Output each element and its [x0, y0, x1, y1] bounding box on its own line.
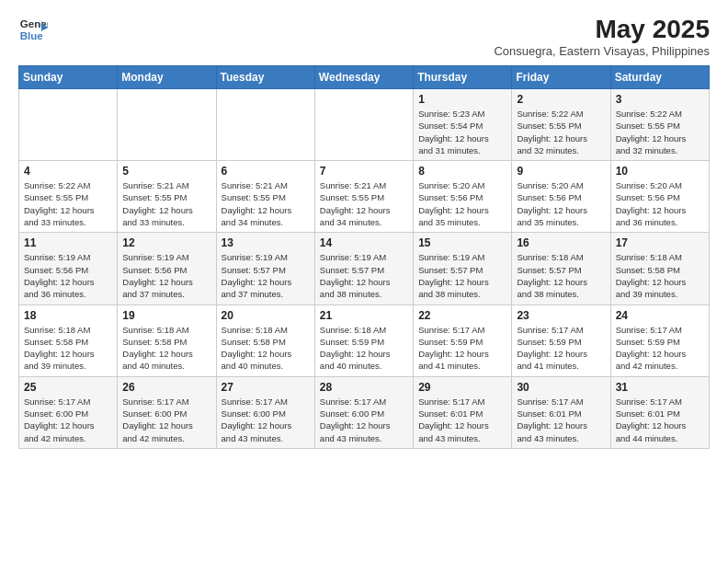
day-number: 7 [320, 165, 408, 178]
day-number: 9 [517, 165, 605, 178]
day-number: 20 [222, 309, 310, 322]
day-cell: 19Sunrise: 5:18 AM Sunset: 5:58 PM Dayli… [118, 304, 216, 376]
day-info: Sunrise: 5:21 AM Sunset: 5:55 PM Dayligh… [222, 179, 310, 228]
main-title: May 2025 [494, 15, 710, 44]
weekday-header-tuesday: Tuesday [216, 66, 314, 89]
day-cell: 1Sunrise: 5:23 AM Sunset: 5:54 PM Daylig… [414, 89, 512, 161]
day-cell: 18Sunrise: 5:18 AM Sunset: 5:58 PM Dayli… [19, 304, 118, 376]
day-number: 11 [24, 236, 112, 249]
day-info: Sunrise: 5:17 AM Sunset: 6:00 PM Dayligh… [320, 396, 408, 444]
day-info: Sunrise: 5:17 AM Sunset: 6:01 PM Dayligh… [418, 396, 506, 444]
day-number: 6 [222, 165, 310, 178]
day-info: Sunrise: 5:22 AM Sunset: 5:55 PM Dayligh… [517, 108, 605, 156]
day-number: 30 [517, 381, 605, 394]
day-cell: 22Sunrise: 5:17 AM Sunset: 5:59 PM Dayli… [414, 304, 512, 376]
day-number: 4 [24, 165, 112, 178]
weekday-header-wednesday: Wednesday [314, 66, 413, 89]
day-info: Sunrise: 5:19 AM Sunset: 5:57 PM Dayligh… [418, 251, 506, 300]
weekday-header-monday: Monday [118, 66, 216, 89]
day-cell: 4Sunrise: 5:22 AM Sunset: 5:55 PM Daylig… [19, 161, 118, 233]
day-info: Sunrise: 5:19 AM Sunset: 5:57 PM Dayligh… [222, 251, 310, 300]
logo-icon: General Blue [18, 15, 48, 44]
day-cell: 9Sunrise: 5:20 AM Sunset: 5:56 PM Daylig… [512, 161, 610, 233]
day-number: 2 [517, 93, 605, 106]
subtitle: Consuegra, Eastern Visayas, Philippines [494, 44, 710, 58]
day-info: Sunrise: 5:22 AM Sunset: 5:55 PM Dayligh… [24, 179, 112, 228]
day-cell: 26Sunrise: 5:17 AM Sunset: 6:00 PM Dayli… [118, 376, 216, 448]
day-cell [19, 89, 118, 161]
day-number: 29 [418, 381, 506, 394]
weekday-header-row: SundayMondayTuesdayWednesdayThursdayFrid… [19, 66, 710, 89]
calendar: SundayMondayTuesdayWednesdayThursdayFrid… [18, 65, 710, 449]
day-number: 28 [320, 381, 408, 394]
day-number: 5 [122, 165, 210, 178]
day-cell: 8Sunrise: 5:20 AM Sunset: 5:56 PM Daylig… [414, 161, 512, 233]
day-info: Sunrise: 5:21 AM Sunset: 5:55 PM Dayligh… [320, 179, 408, 228]
day-cell [118, 89, 216, 161]
day-number: 14 [320, 236, 408, 249]
day-info: Sunrise: 5:20 AM Sunset: 5:56 PM Dayligh… [418, 179, 506, 228]
day-cell: 7Sunrise: 5:21 AM Sunset: 5:55 PM Daylig… [314, 161, 413, 233]
week-row-1: 1Sunrise: 5:23 AM Sunset: 5:54 PM Daylig… [19, 89, 710, 161]
day-cell: 15Sunrise: 5:19 AM Sunset: 5:57 PM Dayli… [414, 233, 512, 304]
day-cell: 28Sunrise: 5:17 AM Sunset: 6:00 PM Dayli… [314, 376, 413, 448]
day-info: Sunrise: 5:17 AM Sunset: 6:01 PM Dayligh… [517, 396, 605, 444]
day-info: Sunrise: 5:17 AM Sunset: 6:00 PM Dayligh… [222, 396, 310, 444]
week-row-2: 4Sunrise: 5:22 AM Sunset: 5:55 PM Daylig… [19, 161, 710, 233]
day-info: Sunrise: 5:19 AM Sunset: 5:57 PM Dayligh… [320, 251, 408, 300]
day-info: Sunrise: 5:22 AM Sunset: 5:55 PM Dayligh… [616, 108, 704, 156]
day-info: Sunrise: 5:20 AM Sunset: 5:56 PM Dayligh… [517, 179, 605, 228]
weekday-header-thursday: Thursday [414, 66, 512, 89]
day-info: Sunrise: 5:19 AM Sunset: 5:56 PM Dayligh… [122, 251, 210, 300]
day-number: 17 [616, 236, 704, 249]
day-number: 15 [418, 236, 506, 249]
day-info: Sunrise: 5:18 AM Sunset: 5:57 PM Dayligh… [517, 251, 605, 300]
day-cell: 21Sunrise: 5:18 AM Sunset: 5:59 PM Dayli… [314, 304, 413, 376]
day-info: Sunrise: 5:17 AM Sunset: 6:00 PM Dayligh… [122, 396, 210, 444]
day-number: 10 [616, 165, 704, 178]
day-cell: 11Sunrise: 5:19 AM Sunset: 5:56 PM Dayli… [19, 233, 118, 304]
weekday-header-saturday: Saturday [610, 66, 709, 89]
day-info: Sunrise: 5:20 AM Sunset: 5:56 PM Dayligh… [616, 179, 704, 228]
day-info: Sunrise: 5:17 AM Sunset: 5:59 PM Dayligh… [517, 324, 605, 373]
day-cell: 13Sunrise: 5:19 AM Sunset: 5:57 PM Dayli… [216, 233, 314, 304]
day-cell: 20Sunrise: 5:18 AM Sunset: 5:58 PM Dayli… [216, 304, 314, 376]
weekday-header-friday: Friday [512, 66, 610, 89]
day-cell: 30Sunrise: 5:17 AM Sunset: 6:01 PM Dayli… [512, 376, 610, 448]
day-cell [216, 89, 314, 161]
week-row-5: 25Sunrise: 5:17 AM Sunset: 6:00 PM Dayli… [19, 376, 710, 448]
day-cell: 2Sunrise: 5:22 AM Sunset: 5:55 PM Daylig… [512, 89, 610, 161]
day-number: 3 [616, 93, 704, 106]
day-cell: 10Sunrise: 5:20 AM Sunset: 5:56 PM Dayli… [610, 161, 709, 233]
day-cell: 3Sunrise: 5:22 AM Sunset: 5:55 PM Daylig… [610, 89, 709, 161]
day-number: 24 [616, 309, 704, 322]
day-number: 26 [122, 381, 210, 394]
day-cell: 5Sunrise: 5:21 AM Sunset: 5:55 PM Daylig… [118, 161, 216, 233]
day-number: 13 [222, 236, 310, 249]
title-area: May 2025 Consuegra, Eastern Visayas, Phi… [494, 15, 710, 58]
day-info: Sunrise: 5:18 AM Sunset: 5:58 PM Dayligh… [122, 324, 210, 373]
day-info: Sunrise: 5:17 AM Sunset: 5:59 PM Dayligh… [418, 324, 506, 373]
day-info: Sunrise: 5:18 AM Sunset: 5:58 PM Dayligh… [222, 324, 310, 373]
day-cell: 6Sunrise: 5:21 AM Sunset: 5:55 PM Daylig… [216, 161, 314, 233]
header: General Blue May 2025 Consuegra, Eastern… [18, 15, 710, 58]
day-info: Sunrise: 5:18 AM Sunset: 5:59 PM Dayligh… [320, 324, 408, 373]
day-cell: 14Sunrise: 5:19 AM Sunset: 5:57 PM Dayli… [314, 233, 413, 304]
day-cell: 12Sunrise: 5:19 AM Sunset: 5:56 PM Dayli… [118, 233, 216, 304]
day-number: 8 [418, 165, 506, 178]
day-number: 27 [222, 381, 310, 394]
day-info: Sunrise: 5:21 AM Sunset: 5:55 PM Dayligh… [122, 179, 210, 228]
day-number: 21 [320, 309, 408, 322]
day-cell [314, 89, 413, 161]
day-number: 16 [517, 236, 605, 249]
day-cell: 29Sunrise: 5:17 AM Sunset: 6:01 PM Dayli… [414, 376, 512, 448]
day-cell: 27Sunrise: 5:17 AM Sunset: 6:00 PM Dayli… [216, 376, 314, 448]
day-cell: 17Sunrise: 5:18 AM Sunset: 5:58 PM Dayli… [610, 233, 709, 304]
day-number: 1 [418, 93, 506, 106]
week-row-3: 11Sunrise: 5:19 AM Sunset: 5:56 PM Dayli… [19, 233, 710, 304]
day-number: 18 [24, 309, 112, 322]
day-number: 19 [122, 309, 210, 322]
day-cell: 24Sunrise: 5:17 AM Sunset: 5:59 PM Dayli… [610, 304, 709, 376]
day-number: 25 [24, 381, 112, 394]
day-info: Sunrise: 5:19 AM Sunset: 5:56 PM Dayligh… [24, 251, 112, 300]
